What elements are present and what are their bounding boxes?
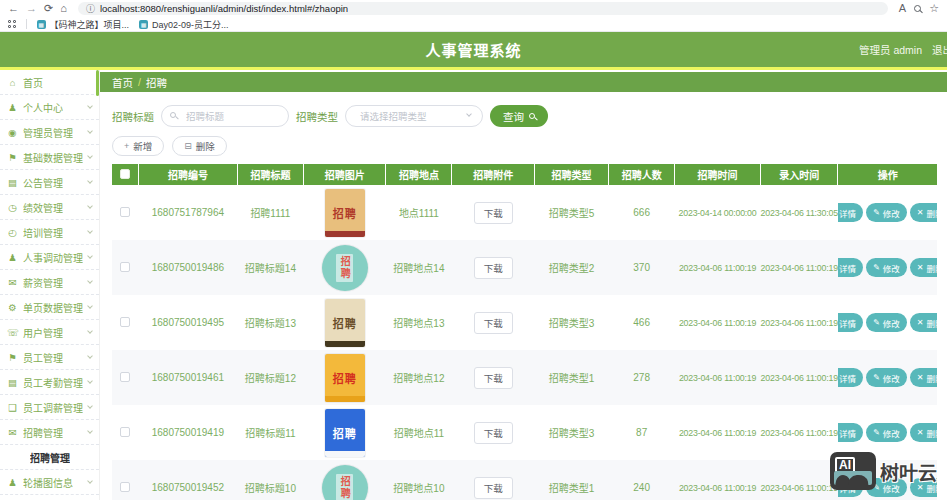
- delete-button[interactable]: ✕删除: [910, 258, 937, 277]
- delete-button[interactable]: ✕删除: [910, 203, 937, 222]
- sidebar-scrollbar[interactable]: [96, 70, 99, 96]
- recruit-poster-image[interactable]: 招聘: [325, 354, 365, 402]
- sidebar-item-label: 公告管理: [23, 175, 63, 190]
- edit-button[interactable]: ✎修改: [866, 423, 907, 442]
- add-button[interactable]: + 新增: [112, 136, 164, 156]
- poster-footer-bar: [325, 396, 365, 402]
- breadcrumb-home[interactable]: 首页: [112, 75, 133, 90]
- delete-button-label: 删除: [927, 372, 937, 384]
- sidebar-item-label: 员工管理: [23, 350, 63, 365]
- recruit-location-cell: 招聘地点13: [386, 295, 452, 350]
- recruit-id-cell: 1680750019419: [138, 405, 237, 460]
- download-button[interactable]: 下载: [474, 257, 513, 279]
- logout-link[interactable]: 退出: [932, 42, 947, 57]
- edit-button[interactable]: ✎修改: [866, 203, 907, 222]
- refresh-icon[interactable]: ⟳: [44, 3, 53, 14]
- watermark-brand: 树叶云: [880, 458, 937, 485]
- download-button[interactable]: 下载: [474, 367, 513, 389]
- download-button[interactable]: 下载: [474, 312, 513, 334]
- delete-button[interactable]: ✕删除: [910, 368, 937, 387]
- poster-footer-bar: [325, 231, 365, 237]
- delete-button[interactable]: ⊟ 删除: [172, 136, 227, 156]
- recruit-title-cell: 招聘标题11: [237, 405, 303, 460]
- person-transfer-icon: ♟: [7, 252, 18, 263]
- column-header: 招聘标题: [237, 164, 303, 185]
- site-info-icon[interactable]: ⓘ: [86, 2, 95, 15]
- sidebar-item-首页[interactable]: ⌂首页: [0, 70, 99, 95]
- row-checkbox[interactable]: [120, 427, 130, 437]
- delete-button[interactable]: ✕删除: [910, 313, 937, 332]
- recruit-poster-image[interactable]: 招聘: [325, 299, 365, 347]
- list-icon: ▤: [7, 177, 18, 188]
- delete-button[interactable]: ✕删除: [910, 423, 937, 442]
- sidebar-item-薪资管理[interactable]: ✉薪资管理: [0, 270, 99, 295]
- detail-button[interactable]: ≡详情: [838, 423, 863, 442]
- sidebar-item-招聘管理[interactable]: ✉招聘管理: [0, 420, 99, 445]
- sidebar-item-个人中心[interactable]: ♟个人中心: [0, 95, 99, 120]
- table-row: 1680750019486招聘标题14招聘招聘地点14下载招聘类型2370202…: [112, 240, 937, 295]
- flag-icon: ⚑: [7, 152, 18, 163]
- bookmark-item[interactable]: ▦ 【码神之路】项目...: [37, 18, 130, 31]
- sidebar-item-label: 基础数据管理: [23, 150, 83, 165]
- table-row: 1680751787964招聘1111招聘地点1111下载招聘类型5666202…: [112, 185, 937, 240]
- url-text[interactable]: localhost:8080/renshiguanli/admin/dist/i…: [100, 3, 348, 14]
- detail-button[interactable]: ≡详情: [838, 368, 863, 387]
- sidebar-item-员工调薪管理[interactable]: ❑员工调薪管理: [0, 395, 99, 420]
- forward-icon[interactable]: →: [26, 3, 37, 14]
- detail-button[interactable]: ≡详情: [838, 313, 863, 332]
- sidebar-item-员工考勤管理[interactable]: ▤员工考勤管理: [0, 370, 99, 395]
- bookmark-favicon: ▦: [139, 20, 148, 29]
- address-bar[interactable]: ⓘ localhost:8080/renshiguanli/admin/dist…: [78, 2, 888, 15]
- download-button[interactable]: 下载: [474, 422, 513, 444]
- table-header-row: 招聘编号招聘标题招聘图片招聘地点招聘附件招聘类型招聘人数招聘时间录入时间操作: [112, 164, 937, 185]
- edit-button[interactable]: ✎修改: [866, 368, 907, 387]
- clock-icon: ◷: [7, 202, 18, 213]
- admin-badge-icon: ◉: [7, 127, 18, 138]
- sidebar-item-用户管理[interactable]: ☏用户管理: [0, 320, 99, 345]
- recruit-title-cell: 招聘标题12: [237, 350, 303, 405]
- back-icon[interactable]: ←: [8, 3, 19, 14]
- type-filter-select[interactable]: 请选择招聘类型: [345, 105, 483, 127]
- query-button[interactable]: 查询: [490, 105, 548, 127]
- row-checkbox[interactable]: [120, 317, 130, 327]
- bookmark-star-icon[interactable]: ☆: [929, 3, 939, 14]
- title-filter-input[interactable]: [161, 105, 289, 127]
- sidebar-item-管理员管理[interactable]: ◉管理员管理: [0, 120, 99, 145]
- edit-button[interactable]: ✎修改: [866, 258, 907, 277]
- home-icon[interactable]: ⌂: [60, 3, 67, 14]
- sidebar-subitem-招聘管理[interactable]: 招聘管理: [0, 445, 99, 470]
- sidebar-item-轮播图信息[interactable]: ♟轮播图信息: [0, 470, 99, 495]
- search-icon[interactable]: [914, 5, 921, 12]
- sidebar-item-员工管理[interactable]: ⚑员工管理: [0, 345, 99, 370]
- edit-button[interactable]: ✎修改: [866, 313, 907, 332]
- download-button[interactable]: 下载: [474, 477, 513, 499]
- detail-button[interactable]: ≡详情: [838, 203, 863, 222]
- query-button-label: 查询: [503, 109, 524, 124]
- row-checkbox[interactable]: [120, 262, 130, 272]
- recruit-poster-image[interactable]: 招聘: [325, 409, 365, 457]
- column-header: 招聘地点: [386, 164, 452, 185]
- poster-footer-bar: [325, 451, 365, 457]
- row-checkbox[interactable]: [120, 372, 130, 382]
- apps-grid-icon[interactable]: [8, 20, 16, 28]
- detail-button-label: 详情: [839, 317, 856, 329]
- detail-button[interactable]: ≡详情: [838, 258, 863, 277]
- sidebar-item-基础数据管理[interactable]: ⚑基础数据管理: [0, 145, 99, 170]
- select-all-checkbox[interactable]: [120, 169, 130, 179]
- sidebar-item-培训管理[interactable]: ◴培训管理: [0, 220, 99, 245]
- sidebar-item-单页数据管理[interactable]: ⚙单页数据管理: [0, 295, 99, 320]
- row-checkbox[interactable]: [120, 207, 130, 217]
- recruit-poster-image[interactable]: 招聘: [325, 189, 365, 237]
- recruit-poster-image[interactable]: 招聘: [322, 245, 368, 291]
- recruit-poster-image[interactable]: 招聘: [322, 465, 368, 500]
- chevron-down-icon: [87, 153, 93, 159]
- chevron-down-icon: [87, 303, 93, 309]
- download-button[interactable]: 下载: [474, 202, 513, 224]
- bookmark-item[interactable]: ▦ Day02-09-员工分...: [139, 18, 229, 31]
- list-icon: ▤: [7, 377, 18, 388]
- sidebar-item-公告管理[interactable]: ▤公告管理: [0, 170, 99, 195]
- row-checkbox[interactable]: [120, 482, 130, 492]
- translate-icon[interactable]: A: [899, 3, 906, 14]
- sidebar-item-绩效管理[interactable]: ◷绩效管理: [0, 195, 99, 220]
- sidebar-item-人事调动管理[interactable]: ♟人事调动管理: [0, 245, 99, 270]
